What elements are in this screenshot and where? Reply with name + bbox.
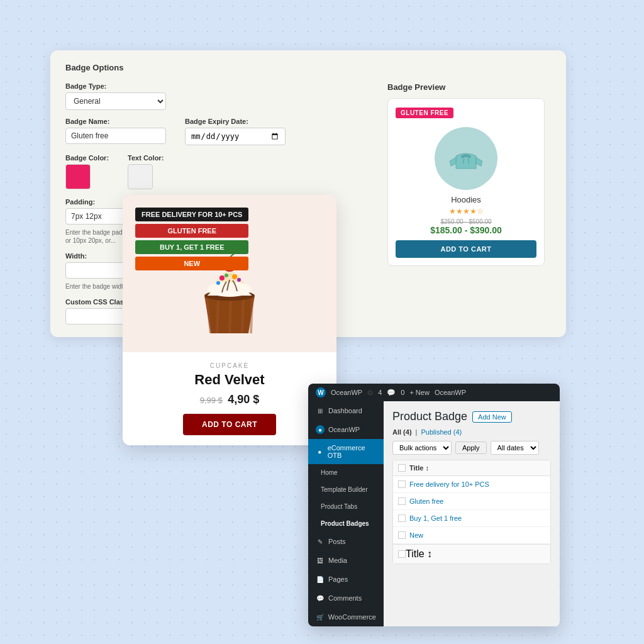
row-1-checkbox[interactable] xyxy=(398,480,406,488)
select-all-checkbox[interactable] xyxy=(398,464,406,472)
woo-icon: 🛒 xyxy=(316,613,325,621)
template-builder-label: Template Builder xyxy=(321,486,367,493)
wp-notif-count: 4 xyxy=(378,389,382,396)
pages-label: Pages xyxy=(328,575,348,583)
product-title: Red Velvet xyxy=(135,372,324,388)
preview-add-to-cart-btn[interactable]: ADD TO CART xyxy=(396,240,536,258)
product-price-row: 9,99 $ 4,90 $ xyxy=(135,393,324,406)
row-4-title[interactable]: New xyxy=(409,531,423,539)
badge-new: NEW xyxy=(135,257,248,270)
footer-checkbox[interactable] xyxy=(398,550,406,558)
product-category: CUPCAKE xyxy=(135,362,324,369)
preview-product-name: Hoodies xyxy=(396,195,536,204)
badge-color-label: Badge Color: xyxy=(65,154,109,162)
badge-preview-title: Badge Preview xyxy=(387,82,545,92)
table-row: Gluten free xyxy=(393,493,550,510)
sidebar-item-template-builder[interactable]: Template Builder xyxy=(308,481,384,498)
sidebar-dashboard-label: Dashboard xyxy=(328,407,362,414)
sidebar-item-product-tabs[interactable]: Product Tabs xyxy=(308,498,384,515)
product-badges-label: Product Badges xyxy=(321,520,369,527)
svg-point-8 xyxy=(232,274,237,279)
badge-name-input[interactable] xyxy=(65,128,166,144)
wp-admin-panel: W OceanWP ⊙ 4 💬 0 + New OceanWP ⊞ Dashbo… xyxy=(308,384,560,626)
text-color-swatch[interactable] xyxy=(128,164,153,189)
posts-label: Posts xyxy=(328,538,346,545)
preview-price-new: $185.00 - $390.00 xyxy=(396,225,536,235)
title-column-header: Title ↕ xyxy=(409,464,429,472)
badge-delivery: FREE DELIVERY FOR 10+ PCS xyxy=(135,208,248,221)
wp-table: Title ↕ Free delivery for 10+ PCS Gluten… xyxy=(392,460,551,564)
product-tabs-label: Product Tabs xyxy=(321,503,357,510)
wp-new-label[interactable]: + New xyxy=(409,389,430,396)
preview-price-old: $250.00 - $500.00 xyxy=(396,218,536,225)
wp-apply-btn[interactable]: Apply xyxy=(455,441,487,454)
wp-user-name: OceanWP xyxy=(435,389,466,396)
media-label: Media xyxy=(328,557,347,564)
table-row: Buy 1, Get 1 free xyxy=(393,510,550,527)
comments-icon: 💬 xyxy=(316,594,325,602)
badge-expiry-input[interactable] xyxy=(185,128,286,145)
badge-bogo: BUY 1, GET 1 FREE xyxy=(135,240,248,254)
row-2-checkbox[interactable] xyxy=(398,497,406,505)
sidebar-item-media[interactable]: 🖼 Media xyxy=(308,551,384,570)
row-2-title[interactable]: Gluten free xyxy=(409,497,443,505)
product-badges-stack: FREE DELIVERY FOR 10+ PCS GLUTEN FREE BU… xyxy=(135,208,248,270)
woo-label: WooCommerce xyxy=(328,613,376,621)
sidebar-item-oceanwp[interactable]: ● OceanWP xyxy=(308,420,384,439)
wp-table-header: Title ↕ xyxy=(393,460,550,476)
svg-point-9 xyxy=(237,278,241,282)
wp-admin-content: ⊞ Dashboard ● OceanWP ● eCommerce OTB Ho… xyxy=(308,401,560,626)
row-1-title[interactable]: Free delivery for 10+ PCS xyxy=(409,480,489,488)
product-price-new: 4,90 $ xyxy=(228,393,259,406)
preview-stars: ★★★★☆ xyxy=(396,207,536,216)
badge-color-swatch[interactable] xyxy=(65,164,91,189)
sidebar-item-pages[interactable]: 📄 Pages xyxy=(308,570,384,589)
sidebar-item-ecommerce-otb[interactable]: ● eCommerce OTB xyxy=(308,439,384,464)
svg-point-4 xyxy=(208,282,252,297)
wp-comment-count: 0 xyxy=(401,389,404,396)
badge-expiry-label: Badge Expiry Date: xyxy=(185,118,286,125)
home-label: Home xyxy=(321,469,338,476)
wp-page-title-row: Product Badge Add New xyxy=(392,410,551,423)
row-4-checkbox[interactable] xyxy=(398,531,406,539)
svg-point-7 xyxy=(225,274,228,277)
sidebar-oceanwp-label: OceanWP xyxy=(328,426,360,433)
footer-title-label: Title ↕ xyxy=(406,548,432,560)
product-card-image-area: FREE DELIVERY FOR 10+ PCS GLUTEN FREE BU… xyxy=(123,195,336,352)
wp-comment-icon: 💬 xyxy=(387,389,396,397)
product-card-info: CUPCAKE Red Velvet 9,99 $ 4,90 $ ADD TO … xyxy=(123,352,336,445)
product-price-old: 9,99 $ xyxy=(200,396,223,405)
filter-published[interactable]: Published (4) xyxy=(421,428,462,436)
preview-badge: GLUTEN FREE xyxy=(396,108,453,118)
badge-name-label: Badge Name: xyxy=(65,118,166,125)
badge-gluten: GLUTEN FREE xyxy=(135,224,248,238)
wp-site-name: OceanWP xyxy=(331,389,362,396)
sidebar-item-comments[interactable]: 💬 Comments xyxy=(308,589,384,608)
comments-label: Comments xyxy=(328,594,362,602)
posts-icon: ✎ xyxy=(316,537,325,546)
dates-filter-select[interactable]: All dates xyxy=(491,441,539,455)
sidebar-item-posts[interactable]: ✎ Posts xyxy=(308,532,384,551)
sidebar-item-woocommerce[interactable]: 🛒 WooCommerce xyxy=(308,608,384,626)
sidebar-item-dashboard[interactable]: ⊞ Dashboard xyxy=(308,401,384,420)
product-add-to-cart-btn[interactable]: ADD TO CART xyxy=(183,414,276,435)
svg-point-6 xyxy=(219,275,225,280)
wp-logo: W xyxy=(316,387,326,397)
row-3-checkbox[interactable] xyxy=(398,514,406,522)
sidebar-item-home[interactable]: Home xyxy=(308,464,384,481)
ecommerce-icon: ● xyxy=(316,447,324,456)
badge-type-select[interactable]: General xyxy=(65,92,166,110)
wp-actions-row: Bulk actions Apply All dates xyxy=(392,441,551,455)
filter-all[interactable]: All (4) xyxy=(392,428,412,436)
sidebar-ecommerce-label: eCommerce OTB xyxy=(328,444,376,459)
sidebar-item-product-badges[interactable]: Product Badges xyxy=(308,515,384,532)
product-card: FREE DELIVERY FOR 10+ PCS GLUTEN FREE BU… xyxy=(123,195,336,445)
wp-main-content: Product Badge Add New All (4) | Publishe… xyxy=(384,401,560,626)
wp-table-footer: Title ↕ xyxy=(393,544,550,564)
wp-add-new-btn[interactable]: Add New xyxy=(472,411,512,423)
hoodie-illustration xyxy=(435,127,497,190)
dashboard-icon: ⊞ xyxy=(316,406,325,415)
bulk-actions-select[interactable]: Bulk actions xyxy=(392,441,452,455)
svg-point-10 xyxy=(216,281,220,285)
row-3-title[interactable]: Buy 1, Get 1 free xyxy=(409,514,462,522)
